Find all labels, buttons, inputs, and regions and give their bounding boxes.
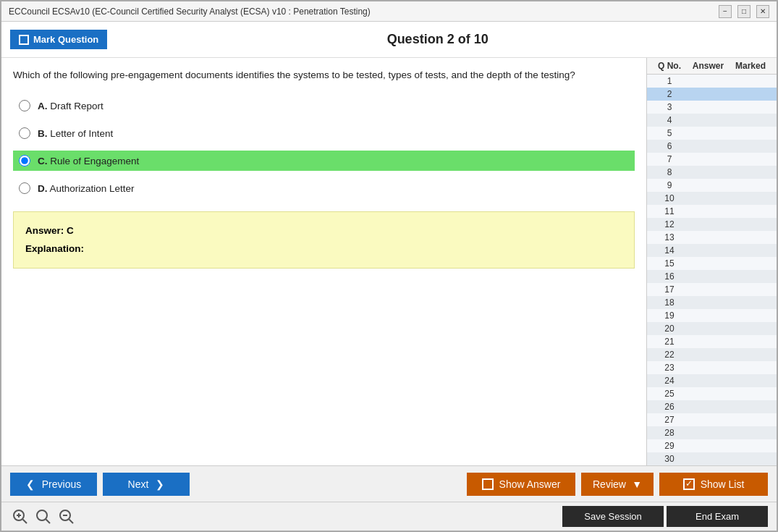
mark-question-label: Mark Question: [33, 34, 98, 45]
sidebar-row-marked: [729, 350, 772, 360]
sidebar-row-num: 5: [651, 128, 688, 138]
sidebar-row-answer: [688, 402, 729, 412]
sidebar-row-num: 19: [651, 311, 688, 321]
sidebar-row[interactable]: 22: [647, 348, 777, 361]
restore-button[interactable]: □: [737, 5, 750, 18]
sidebar-row-num: 8: [651, 167, 688, 177]
sidebar-row[interactable]: 1: [647, 75, 777, 88]
sidebar-row[interactable]: 7: [647, 153, 777, 166]
sidebar-row-marked: [729, 258, 772, 269]
sidebar-row-answer: [688, 271, 729, 282]
sidebar-row-num: 27: [651, 415, 688, 425]
sidebar-row-num: 22: [651, 350, 688, 360]
sidebar-row[interactable]: 24: [647, 374, 777, 387]
sidebar-row[interactable]: 15: [647, 257, 777, 270]
sidebar-row[interactable]: 27: [647, 413, 777, 426]
option-row-c[interactable]: C. Rule of Engagement: [13, 151, 635, 171]
minimize-button[interactable]: −: [719, 5, 732, 18]
sidebar-row[interactable]: 18: [647, 296, 777, 309]
sidebar-row-marked: [729, 428, 772, 438]
review-label: Review: [593, 478, 626, 490]
question-text: Which of the following pre-engagement do…: [13, 68, 635, 83]
sidebar-row[interactable]: 5: [647, 127, 777, 140]
sidebar-row-marked: [729, 454, 772, 464]
sidebar-row-num: 1: [651, 76, 688, 86]
sidebar-row[interactable]: 14: [647, 244, 777, 257]
sidebar-row-marked: [729, 337, 772, 347]
option-row-a[interactable]: A. Draft Report: [13, 96, 635, 116]
sidebar-row-answer: [688, 284, 729, 295]
sidebar-row-answer: [688, 180, 729, 190]
sidebar-row[interactable]: 6: [647, 140, 777, 153]
sidebar-row-num: 2: [651, 89, 688, 99]
sidebar-row[interactable]: 17: [647, 283, 777, 296]
sidebar-row-answer: [688, 311, 729, 321]
option-radio-c[interactable]: [19, 155, 30, 166]
sidebar-row[interactable]: 11: [647, 205, 777, 218]
sidebar-list[interactable]: 1 2 3 4 5 6 7 8: [647, 75, 777, 465]
sidebar-row-answer: [688, 193, 729, 203]
sidebar-row-num: 13: [651, 232, 688, 242]
prev-arrow-icon: [26, 478, 38, 490]
sidebar-row-marked: [729, 271, 772, 282]
sidebar-row-marked: [729, 245, 772, 256]
zoom-normal-button[interactable]: [33, 507, 54, 527]
sidebar-row-num: 24: [651, 376, 688, 386]
sidebar-row-marked: [729, 441, 772, 451]
zoom-in-button[interactable]: [10, 507, 30, 527]
sidebar-row-marked: [729, 193, 772, 203]
sidebar-row-answer: [688, 245, 729, 256]
sidebar-row-answer: [688, 441, 729, 451]
window-title: ECCouncil ECSAv10 (EC-Council Certified …: [9, 7, 371, 17]
sidebar-row-answer: [688, 232, 729, 242]
option-label-a: A. Draft Report: [38, 101, 103, 111]
sidebar-row[interactable]: 21: [647, 335, 777, 348]
mark-question-button[interactable]: Mark Question: [10, 30, 107, 49]
sidebar-row[interactable]: 10: [647, 192, 777, 205]
zoom-in-icon: [12, 509, 28, 525]
sidebar-row[interactable]: 9: [647, 179, 777, 192]
sidebar-row[interactable]: 3: [647, 101, 777, 114]
sidebar-row[interactable]: 20: [647, 322, 777, 335]
sidebar-row[interactable]: 30: [647, 452, 777, 465]
option-radio-b[interactable]: [19, 127, 30, 139]
app-window: ECCouncil ECSAv10 (EC-Council Certified …: [0, 0, 778, 532]
previous-button[interactable]: Previous: [10, 473, 97, 496]
save-session-button[interactable]: Save Session: [562, 506, 664, 527]
main-content: Which of the following pre-engagement do…: [1, 58, 777, 465]
sidebar-row[interactable]: 8: [647, 166, 777, 179]
option-row-d[interactable]: D. Authorization Letter: [13, 178, 635, 198]
sidebar-row[interactable]: 19: [647, 309, 777, 322]
sidebar-row-answer: [688, 258, 729, 269]
sidebar-row[interactable]: 26: [647, 400, 777, 413]
option-row-b[interactable]: B. Letter of Intent: [13, 123, 635, 143]
next-button[interactable]: Next: [103, 473, 190, 496]
question-area: Which of the following pre-engagement do…: [1, 58, 646, 465]
sidebar-row[interactable]: 2: [647, 88, 777, 101]
option-radio-a[interactable]: [19, 100, 30, 111]
window-controls: − □ ✕: [719, 5, 769, 18]
sidebar-row[interactable]: 29: [647, 439, 777, 452]
close-button[interactable]: ✕: [756, 5, 769, 18]
review-arrow-icon: ▼: [632, 478, 642, 490]
sidebar-row-num: 29: [651, 441, 688, 451]
review-button[interactable]: Review ▼: [581, 473, 654, 496]
sidebar-row[interactable]: 28: [647, 426, 777, 439]
sidebar-row[interactable]: 16: [647, 270, 777, 283]
show-list-label: Show List: [701, 478, 745, 490]
sidebar-row[interactable]: 4: [647, 114, 777, 127]
sidebar-row[interactable]: 13: [647, 231, 777, 244]
show-list-button[interactable]: Show List: [659, 473, 768, 496]
option-radio-d[interactable]: [19, 182, 30, 194]
sidebar-row[interactable]: 12: [647, 218, 777, 231]
sidebar-row[interactable]: 23: [647, 361, 777, 374]
sidebar-row-answer: [688, 141, 729, 151]
sidebar-row[interactable]: 25: [647, 387, 777, 400]
svg-line-1: [23, 519, 28, 523]
zoom-out-button[interactable]: [56, 507, 77, 527]
show-answer-button[interactable]: Show Answer: [467, 473, 575, 496]
sidebar-row-answer: [688, 128, 729, 138]
end-exam-button[interactable]: End Exam: [667, 506, 768, 527]
sidebar-row-num: 14: [651, 245, 688, 256]
sidebar-row-answer: [688, 324, 729, 334]
